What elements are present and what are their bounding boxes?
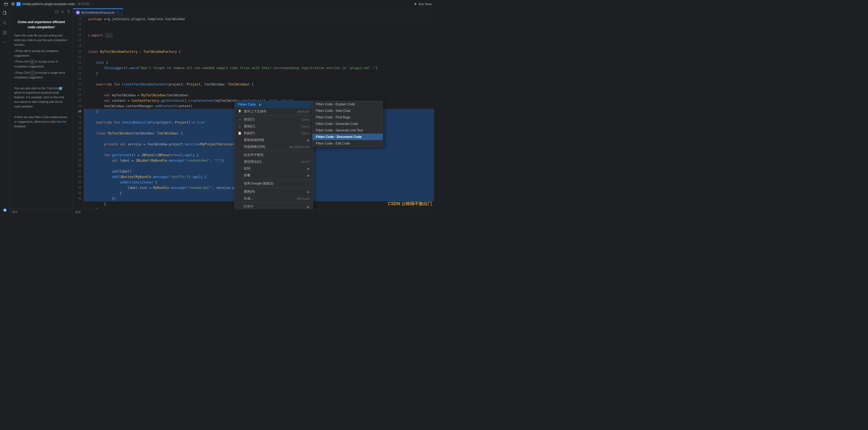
fitten-code-panel: Come and experience efficient code compl…: [10, 15, 73, 208]
fitten-title: Come and experience efficient code compl…: [14, 20, 68, 30]
fold-arrow: ▶: [307, 174, 310, 177]
menu-label-cut: 剪切(T): [244, 117, 299, 122]
line-20: 20: [73, 55, 82, 60]
version-control-dropdown[interactable]: ▾: [92, 2, 94, 6]
sub-menu-generate-unit-test[interactable]: Fitten Code - Generate Unit Test: [312, 127, 383, 134]
menu-label-google-search: 使用 Google 搜索(S): [244, 181, 310, 186]
sub-menu-edit-code[interactable]: Fitten Code - Edit Code: [312, 140, 383, 147]
context-menu-item-show-context[interactable]: 💡 显示上下文操作 Alt+Enter: [235, 108, 313, 115]
sidebar-item-search[interactable]: [1, 19, 9, 27]
sub-menu-label-document-code: Fitten Code - Document Code: [316, 135, 362, 139]
menu-label-copy: 复制(C): [244, 124, 299, 129]
line-23: 23: [73, 71, 82, 76]
context-menu-item-cut[interactable]: ✂ 剪切(T) Ctrl+X: [235, 116, 313, 123]
code-line-20: [84, 55, 434, 60]
menu-shortcut-paste: Ctrl+V: [301, 132, 310, 135]
panel-action-3[interactable]: [66, 9, 71, 14]
sub-menu-generate-code[interactable]: Fitten Code - Generate Code: [312, 121, 383, 127]
line-18: 18: [73, 43, 82, 49]
sub-menu-fitten: Fitten Code - Explain Code Fitten Code -…: [312, 101, 383, 147]
code-editor[interactable]: 13 14 15 16 17 18 19 20 21 22 23 24 25 2…: [73, 16, 434, 209]
tab-close-button[interactable]: ×: [116, 11, 120, 14]
context-menu-item-find-usages[interactable]: 查找用法(U) Alt+F7: [235, 158, 313, 165]
line-15: 15: [73, 27, 82, 33]
project-name: intellij-platform-plugin-template-main: [22, 2, 75, 6]
left-panel-header: [10, 8, 73, 15]
hamburger-menu[interactable]: [11, 3, 15, 5]
line-42: 42: [73, 174, 82, 179]
version-control-label[interactable]: 版本控制: [78, 2, 90, 6]
here-link[interactable]: here: [57, 120, 62, 123]
title-bar-actions: Run Tests: [415, 2, 432, 6]
main-layout: AI Come and expe: [0, 8, 434, 215]
menu-shortcut-show-context: Alt+Enter: [297, 110, 310, 113]
svg-point-12: [5, 42, 6, 43]
context-menu-item-copy[interactable]: ⧉ 复制(C) Ctrl+C: [235, 123, 313, 130]
menu-shortcut-generate: Alt+Insert: [297, 197, 310, 200]
context-menu-fitten-header[interactable]: Fitten Code ▶: [235, 101, 313, 108]
activity-bar: AI: [0, 8, 10, 215]
context-menu-item-find-in-file[interactable]: 在文件中查找: [235, 152, 313, 158]
title-bar-left: IJ intellij-platform-plugin-template-mai…: [2, 0, 94, 8]
context-menu-item-fold[interactable]: 折叠 ▶: [235, 172, 313, 179]
sidebar-item-chat[interactable]: AI: [1, 206, 9, 214]
code-line-21: init {: [84, 60, 434, 65]
menu-label-paste-special: 复制/粘贴特殊: [244, 138, 304, 142]
google-search-icon: [238, 182, 242, 186]
context-menu-item-paste-special[interactable]: 复制/粘贴特殊 ▶: [235, 137, 313, 143]
svg-rect-6: [3, 31, 5, 32]
context-menu-item-column-mode[interactable]: 列选择模式(M) Alt+Shift+Insert: [235, 143, 313, 150]
svg-point-11: [4, 42, 5, 43]
line-25: 25: [73, 81, 82, 87]
lightbulb-icon: 💡: [238, 110, 242, 113]
svg-line-5: [5, 24, 6, 25]
scissors-icon: ✂: [238, 118, 242, 122]
goto-icon: [238, 167, 242, 171]
fitten-body-6: If there are any Fitten Code related iss…: [14, 115, 68, 128]
code-line-26: [84, 87, 434, 93]
folder-icon[interactable]: [2, 0, 10, 8]
code-line-19: class MyToolWindowFactory : ToolWindowFa…: [84, 49, 434, 55]
line-41: 41: [73, 169, 82, 174]
refactor-arrow: ▶: [307, 190, 310, 194]
find-in-file-icon: [238, 153, 242, 157]
sidebar-item-files[interactable]: [1, 9, 9, 17]
sub-menu-document-code[interactable]: Fitten Code - Document Code: [312, 134, 383, 140]
panel-action-2[interactable]: [60, 9, 65, 14]
sub-menu-start-chat[interactable]: Fitten Code - Start Chat: [312, 107, 383, 114]
sub-menu-label-start-chat: Fitten Code - Start Chat: [316, 109, 350, 113]
menu-label-show-context: 显示上下文操作: [244, 109, 295, 114]
tab-bar: K MyToolWindowFactory.kt ×: [73, 8, 434, 16]
context-menu-item-paste[interactable]: 📋 粘贴(P) Ctrl+V: [235, 130, 313, 137]
context-menu-item-refactor[interactable]: 重构(R) ▶: [235, 188, 313, 195]
svg-rect-0: [4, 3, 8, 5]
context-menu-item-generate[interactable]: 生成... Alt+Insert: [235, 195, 313, 202]
menu-label-generate: 生成...: [244, 196, 295, 201]
open-in-arrow: ▶: [307, 205, 310, 209]
line-35: 35: [73, 136, 82, 141]
svg-rect-7: [5, 31, 6, 32]
fitten-body-4: • Press Ctrl+→ to accept a single word c…: [14, 70, 68, 80]
line-14: 14: [73, 22, 82, 27]
panel-action-1[interactable]: [54, 9, 59, 14]
sidebar-item-plugins[interactable]: [1, 29, 9, 36]
tab-mytoolwindowfactory[interactable]: K MyToolWindowFactory.kt ×: [73, 8, 123, 16]
line-45: 45: [73, 191, 82, 196]
app-logo: IJ: [17, 2, 21, 6]
menu-label-find-in-file: 在文件中查找: [244, 153, 310, 157]
fitten-code-label: Fitten Code: [238, 103, 256, 106]
code-line-13: package org.jetbrains.plugins.template.t…: [84, 16, 434, 22]
line-27: 27: [73, 93, 82, 98]
run-tests-button[interactable]: Run Tests: [415, 2, 432, 6]
line-28: 28: [73, 98, 82, 103]
context-menu-item-goto[interactable]: 转到 ▶: [235, 165, 313, 172]
line-40: 40: [73, 163, 82, 169]
svg-rect-15: [55, 11, 58, 13]
menu-shortcut-find-usages: Alt+F7: [301, 160, 310, 164]
sub-menu-find-bugs[interactable]: Fitten Code - Find Bugs: [312, 114, 383, 121]
sub-menu-explain-code[interactable]: Fitten Code - Explain Code: [312, 101, 383, 107]
context-menu-item-open-in[interactable]: 打开于 ▶: [235, 203, 313, 209]
code-line-14: [84, 22, 434, 27]
context-menu-item-google-search[interactable]: 使用 Google 搜索(S): [235, 180, 313, 187]
sidebar-item-more[interactable]: [1, 39, 9, 46]
